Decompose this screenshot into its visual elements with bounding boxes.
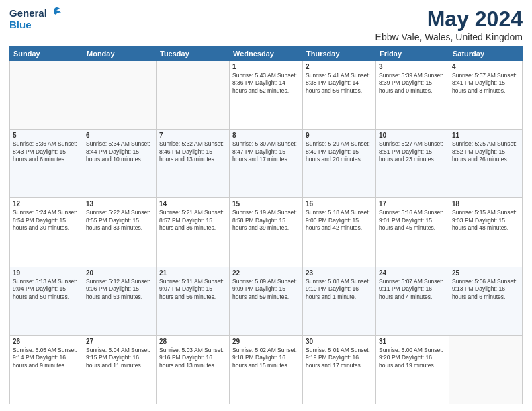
calendar-cell: 31Sunrise: 5:00 AM Sunset: 9:20 PM Dayli… [376, 335, 449, 404]
calendar-cell: 6Sunrise: 5:34 AM Sunset: 8:44 PM Daylig… [83, 130, 157, 198]
calendar-cell: 3Sunrise: 5:39 AM Sunset: 8:39 PM Daylig… [376, 61, 449, 130]
calendar-cell: 27Sunrise: 5:04 AM Sunset: 9:15 PM Dayli… [83, 335, 157, 404]
day-number: 4 [452, 63, 519, 71]
col-tuesday: Tuesday [157, 47, 230, 61]
calendar-cell: 8Sunrise: 5:30 AM Sunset: 8:47 PM Daylig… [230, 130, 303, 198]
calendar-cell: 18Sunrise: 5:15 AM Sunset: 9:03 PM Dayli… [449, 198, 523, 267]
calendar-cell: 30Sunrise: 5:01 AM Sunset: 9:19 PM Dayli… [303, 335, 376, 404]
day-number: 13 [86, 200, 153, 208]
day-info: Sunrise: 5:09 AM Sunset: 9:09 PM Dayligh… [232, 278, 300, 301]
logo-bird-icon [48, 7, 62, 19]
header-row: Sunday Monday Tuesday Wednesday Thursday… [10, 47, 523, 61]
day-info: Sunrise: 5:07 AM Sunset: 9:11 PM Dayligh… [379, 278, 446, 301]
calendar-cell: 29Sunrise: 5:02 AM Sunset: 9:18 PM Dayli… [230, 335, 303, 404]
day-number: 9 [306, 132, 373, 139]
day-number: 1 [232, 63, 300, 71]
day-info: Sunrise: 5:01 AM Sunset: 9:19 PM Dayligh… [306, 347, 373, 369]
calendar-cell: 13Sunrise: 5:22 AM Sunset: 8:55 PM Dayli… [83, 198, 157, 267]
day-info: Sunrise: 5:15 AM Sunset: 9:03 PM Dayligh… [452, 209, 519, 232]
day-info: Sunrise: 5:24 AM Sunset: 8:54 PM Dayligh… [13, 209, 80, 232]
day-info: Sunrise: 5:43 AM Sunset: 8:36 PM Dayligh… [232, 72, 300, 95]
day-number: 22 [232, 269, 300, 277]
day-number: 7 [159, 132, 226, 139]
logo-text-blue: Blue [9, 19, 32, 30]
calendar-cell: 24Sunrise: 5:07 AM Sunset: 9:11 PM Dayli… [376, 267, 449, 335]
calendar-week-5: 26Sunrise: 5:05 AM Sunset: 9:14 PM Dayli… [10, 335, 523, 404]
calendar-cell: 22Sunrise: 5:09 AM Sunset: 9:09 PM Dayli… [230, 267, 303, 335]
calendar-week-1: 1Sunrise: 5:43 AM Sunset: 8:36 PM Daylig… [10, 61, 523, 130]
day-info: Sunrise: 5:12 AM Sunset: 9:06 PM Dayligh… [86, 278, 153, 301]
calendar-cell [449, 335, 523, 404]
calendar-cell [157, 61, 230, 130]
col-wednesday: Wednesday [230, 47, 303, 61]
calendar-cell: 1Sunrise: 5:43 AM Sunset: 8:36 PM Daylig… [230, 61, 303, 130]
calendar-cell: 11Sunrise: 5:25 AM Sunset: 8:52 PM Dayli… [449, 130, 523, 198]
day-info: Sunrise: 5:39 AM Sunset: 8:39 PM Dayligh… [379, 72, 446, 95]
day-number: 24 [379, 269, 446, 277]
calendar-cell: 20Sunrise: 5:12 AM Sunset: 9:06 PM Dayli… [83, 267, 157, 335]
calendar-week-3: 12Sunrise: 5:24 AM Sunset: 8:54 PM Dayli… [10, 198, 523, 267]
day-info: Sunrise: 5:32 AM Sunset: 8:46 PM Dayligh… [159, 140, 226, 163]
title-block: May 2024 Ebbw Vale, Wales, United Kingdo… [375, 7, 523, 42]
day-info: Sunrise: 5:37 AM Sunset: 8:41 PM Dayligh… [452, 72, 519, 95]
day-info: Sunrise: 5:06 AM Sunset: 9:13 PM Dayligh… [452, 278, 519, 301]
calendar-cell: 19Sunrise: 5:13 AM Sunset: 9:04 PM Dayli… [10, 267, 83, 335]
calendar-cell: 5Sunrise: 5:36 AM Sunset: 8:43 PM Daylig… [10, 130, 83, 198]
col-sunday: Sunday [10, 47, 83, 61]
day-info: Sunrise: 5:13 AM Sunset: 9:04 PM Dayligh… [13, 278, 80, 301]
calendar-cell: 17Sunrise: 5:16 AM Sunset: 9:01 PM Dayli… [376, 198, 449, 267]
day-number: 8 [232, 132, 300, 139]
day-info: Sunrise: 5:41 AM Sunset: 8:38 PM Dayligh… [306, 72, 373, 95]
col-thursday: Thursday [303, 47, 376, 61]
calendar-cell: 15Sunrise: 5:19 AM Sunset: 8:58 PM Dayli… [230, 198, 303, 267]
calendar-cell [10, 61, 83, 130]
page: General Blue May 2024 Ebbw Vale, Wales, … [0, 0, 532, 411]
calendar-cell: 4Sunrise: 5:37 AM Sunset: 8:41 PM Daylig… [449, 61, 523, 130]
calendar-cell: 9Sunrise: 5:29 AM Sunset: 8:49 PM Daylig… [303, 130, 376, 198]
day-info: Sunrise: 5:00 AM Sunset: 9:20 PM Dayligh… [379, 347, 446, 369]
day-number: 27 [86, 338, 153, 345]
day-number: 21 [159, 269, 226, 277]
col-friday: Friday [376, 47, 449, 61]
day-number: 10 [379, 132, 446, 139]
calendar-week-4: 19Sunrise: 5:13 AM Sunset: 9:04 PM Dayli… [10, 267, 523, 335]
day-info: Sunrise: 5:25 AM Sunset: 8:52 PM Dayligh… [452, 140, 519, 163]
calendar-cell: 14Sunrise: 5:21 AM Sunset: 8:57 PM Dayli… [157, 198, 230, 267]
calendar-cell: 25Sunrise: 5:06 AM Sunset: 9:13 PM Dayli… [449, 267, 523, 335]
calendar-cell: 10Sunrise: 5:27 AM Sunset: 8:51 PM Dayli… [376, 130, 449, 198]
day-number: 30 [306, 338, 373, 345]
day-number: 3 [379, 63, 446, 71]
logo: General Blue [9, 7, 62, 30]
day-number: 19 [13, 269, 80, 277]
day-info: Sunrise: 5:27 AM Sunset: 8:51 PM Dayligh… [379, 140, 446, 163]
day-info: Sunrise: 5:18 AM Sunset: 9:00 PM Dayligh… [306, 209, 373, 232]
day-number: 16 [306, 200, 373, 208]
calendar-cell: 28Sunrise: 5:03 AM Sunset: 9:16 PM Dayli… [157, 335, 230, 404]
day-number: 25 [452, 269, 519, 277]
day-info: Sunrise: 5:08 AM Sunset: 9:10 PM Dayligh… [306, 278, 373, 301]
calendar-cell: 2Sunrise: 5:41 AM Sunset: 8:38 PM Daylig… [303, 61, 376, 130]
day-info: Sunrise: 5:02 AM Sunset: 9:18 PM Dayligh… [232, 347, 300, 369]
day-number: 14 [159, 200, 226, 208]
col-saturday: Saturday [449, 47, 523, 61]
logo-text-general: General [9, 7, 47, 19]
header: General Blue May 2024 Ebbw Vale, Wales, … [9, 7, 523, 42]
day-number: 11 [452, 132, 519, 139]
calendar-cell: 26Sunrise: 5:05 AM Sunset: 9:14 PM Dayli… [10, 335, 83, 404]
day-info: Sunrise: 5:36 AM Sunset: 8:43 PM Dayligh… [13, 140, 80, 163]
calendar-cell: 7Sunrise: 5:32 AM Sunset: 8:46 PM Daylig… [157, 130, 230, 198]
day-number: 18 [452, 200, 519, 208]
day-info: Sunrise: 5:05 AM Sunset: 9:14 PM Dayligh… [13, 347, 80, 369]
day-number: 26 [13, 338, 80, 345]
day-number: 15 [232, 200, 300, 208]
calendar-cell: 23Sunrise: 5:08 AM Sunset: 9:10 PM Dayli… [303, 267, 376, 335]
day-number: 5 [13, 132, 80, 139]
calendar-week-2: 5Sunrise: 5:36 AM Sunset: 8:43 PM Daylig… [10, 130, 523, 198]
day-info: Sunrise: 5:04 AM Sunset: 9:15 PM Dayligh… [86, 347, 153, 369]
day-number: 23 [306, 269, 373, 277]
day-number: 17 [379, 200, 446, 208]
calendar-cell: 21Sunrise: 5:11 AM Sunset: 9:07 PM Dayli… [157, 267, 230, 335]
day-info: Sunrise: 5:30 AM Sunset: 8:47 PM Dayligh… [232, 140, 300, 163]
day-info: Sunrise: 5:21 AM Sunset: 8:57 PM Dayligh… [159, 209, 226, 232]
calendar-cell: 16Sunrise: 5:18 AM Sunset: 9:00 PM Dayli… [303, 198, 376, 267]
